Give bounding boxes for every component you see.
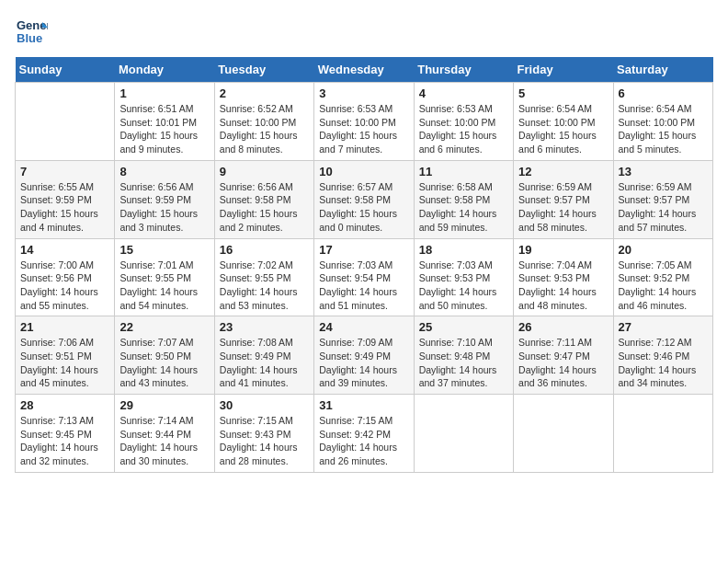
day-info: Sunrise: 7:01 AMSunset: 9:55 PMDaylight:…: [119, 259, 209, 313]
calendar-week-row: 21Sunrise: 7:06 AMSunset: 9:51 PMDayligh…: [16, 316, 713, 395]
day-info: Sunrise: 6:59 AMSunset: 9:57 PMDaylight:…: [619, 180, 708, 235]
calendar-cell: [414, 395, 513, 473]
day-info: Sunrise: 7:02 AMSunset: 9:55 PMDaylight:…: [220, 259, 309, 313]
day-number: 29: [119, 398, 209, 412]
day-number: 3: [319, 86, 408, 100]
day-number: 21: [20, 320, 109, 334]
weekday-header-row: SundayMondayTuesdayWednesdayThursdayFrid…: [16, 57, 713, 83]
day-info: Sunrise: 6:56 AMSunset: 9:59 PMDaylight:…: [119, 180, 209, 235]
calendar-cell: 10Sunrise: 6:57 AMSunset: 9:58 PMDayligh…: [314, 160, 414, 238]
day-info: Sunrise: 7:15 AMSunset: 9:43 PMDaylight:…: [220, 414, 309, 468]
calendar-cell: 18Sunrise: 7:03 AMSunset: 9:53 PMDayligh…: [414, 238, 513, 316]
day-number: 18: [419, 243, 508, 257]
calendar-cell: 8Sunrise: 6:56 AMSunset: 9:59 PMDaylight…: [115, 160, 214, 238]
day-info: Sunrise: 7:14 AMSunset: 9:44 PMDaylight:…: [119, 414, 209, 468]
day-number: 31: [319, 398, 408, 412]
calendar-cell: 17Sunrise: 7:03 AMSunset: 9:54 PMDayligh…: [314, 238, 414, 316]
day-info: Sunrise: 6:54 AMSunset: 10:00 PMDaylight…: [619, 102, 708, 156]
calendar-cell: 20Sunrise: 7:05 AMSunset: 9:52 PMDayligh…: [613, 238, 712, 316]
calendar-cell: 28Sunrise: 7:13 AMSunset: 9:45 PMDayligh…: [16, 395, 115, 473]
weekday-header: Monday: [115, 57, 214, 83]
day-info: Sunrise: 6:55 AMSunset: 9:59 PMDaylight:…: [20, 180, 109, 235]
calendar-week-row: 1Sunrise: 6:51 AMSunset: 10:01 PMDayligh…: [16, 83, 713, 161]
day-info: Sunrise: 6:57 AMSunset: 9:58 PMDaylight:…: [319, 180, 408, 235]
day-number: 24: [319, 320, 408, 334]
calendar-week-row: 28Sunrise: 7:13 AMSunset: 9:45 PMDayligh…: [16, 395, 713, 473]
calendar-cell: 11Sunrise: 6:58 AMSunset: 9:58 PMDayligh…: [414, 160, 513, 238]
calendar-cell: 22Sunrise: 7:07 AMSunset: 9:50 PMDayligh…: [115, 316, 214, 395]
day-number: 27: [619, 320, 708, 334]
weekday-header: Friday: [514, 57, 613, 83]
calendar-cell: 6Sunrise: 6:54 AMSunset: 10:00 PMDayligh…: [613, 83, 712, 161]
logo-icon: General Blue: [15, 15, 48, 48]
day-number: 2: [220, 86, 309, 100]
logo: General Blue: [15, 15, 51, 48]
day-number: 6: [619, 86, 708, 100]
calendar-cell: [16, 83, 115, 161]
day-info: Sunrise: 6:52 AMSunset: 10:00 PMDaylight…: [220, 102, 309, 156]
day-number: 5: [518, 86, 608, 100]
day-info: Sunrise: 7:07 AMSunset: 9:50 PMDaylight:…: [119, 336, 209, 390]
calendar-cell: [514, 395, 613, 473]
day-number: 20: [619, 243, 708, 257]
weekday-header: Sunday: [16, 57, 115, 83]
svg-text:Blue: Blue: [17, 31, 42, 45]
day-info: Sunrise: 7:03 AMSunset: 9:54 PMDaylight:…: [319, 259, 408, 313]
day-info: Sunrise: 7:15 AMSunset: 9:42 PMDaylight:…: [319, 414, 408, 468]
day-number: 22: [119, 320, 209, 334]
day-number: 23: [220, 320, 309, 334]
day-info: Sunrise: 6:56 AMSunset: 9:58 PMDaylight:…: [220, 180, 309, 235]
day-number: 12: [518, 165, 608, 178]
calendar-cell: 13Sunrise: 6:59 AMSunset: 9:57 PMDayligh…: [613, 160, 712, 238]
calendar-cell: 24Sunrise: 7:09 AMSunset: 9:49 PMDayligh…: [314, 316, 414, 395]
day-number: 9: [220, 165, 309, 178]
day-info: Sunrise: 7:05 AMSunset: 9:52 PMDaylight:…: [619, 259, 708, 313]
day-info: Sunrise: 7:13 AMSunset: 9:45 PMDaylight:…: [20, 414, 109, 468]
calendar-week-row: 14Sunrise: 7:00 AMSunset: 9:56 PMDayligh…: [16, 238, 713, 316]
day-info: Sunrise: 7:08 AMSunset: 9:49 PMDaylight:…: [220, 336, 309, 390]
calendar-cell: [613, 395, 712, 473]
day-number: 16: [220, 243, 309, 257]
day-number: 10: [319, 165, 408, 178]
day-number: 28: [20, 398, 109, 412]
day-info: Sunrise: 7:04 AMSunset: 9:53 PMDaylight:…: [518, 259, 608, 313]
day-info: Sunrise: 7:06 AMSunset: 9:51 PMDaylight:…: [20, 336, 109, 390]
day-info: Sunrise: 6:53 AMSunset: 10:00 PMDaylight…: [319, 102, 408, 156]
day-number: 30: [220, 398, 309, 412]
weekday-header: Tuesday: [214, 57, 313, 83]
day-info: Sunrise: 6:54 AMSunset: 10:00 PMDaylight…: [518, 102, 608, 156]
day-info: Sunrise: 7:00 AMSunset: 9:56 PMDaylight:…: [20, 259, 109, 313]
day-info: Sunrise: 6:58 AMSunset: 9:58 PMDaylight:…: [419, 180, 508, 235]
day-number: 19: [518, 243, 608, 257]
page-header: General Blue: [15, 15, 713, 48]
calendar-week-row: 7Sunrise: 6:55 AMSunset: 9:59 PMDaylight…: [16, 160, 713, 238]
calendar-cell: 26Sunrise: 7:11 AMSunset: 9:47 PMDayligh…: [514, 316, 613, 395]
calendar-cell: 15Sunrise: 7:01 AMSunset: 9:55 PMDayligh…: [115, 238, 214, 316]
calendar-cell: 29Sunrise: 7:14 AMSunset: 9:44 PMDayligh…: [115, 395, 214, 473]
calendar-cell: 25Sunrise: 7:10 AMSunset: 9:48 PMDayligh…: [414, 316, 513, 395]
day-number: 8: [119, 165, 209, 178]
day-number: 4: [419, 86, 508, 100]
day-number: 11: [419, 165, 508, 178]
day-number: 25: [419, 320, 508, 334]
calendar-cell: 2Sunrise: 6:52 AMSunset: 10:00 PMDayligh…: [214, 83, 313, 161]
calendar-cell: 7Sunrise: 6:55 AMSunset: 9:59 PMDaylight…: [16, 160, 115, 238]
calendar-cell: 9Sunrise: 6:56 AMSunset: 9:58 PMDaylight…: [214, 160, 313, 238]
day-info: Sunrise: 7:03 AMSunset: 9:53 PMDaylight:…: [419, 259, 508, 313]
calendar-cell: 12Sunrise: 6:59 AMSunset: 9:57 PMDayligh…: [514, 160, 613, 238]
weekday-header: Wednesday: [314, 57, 414, 83]
day-info: Sunrise: 6:59 AMSunset: 9:57 PMDaylight:…: [518, 180, 608, 235]
calendar-cell: 21Sunrise: 7:06 AMSunset: 9:51 PMDayligh…: [16, 316, 115, 395]
calendar-cell: 5Sunrise: 6:54 AMSunset: 10:00 PMDayligh…: [514, 83, 613, 161]
day-number: 17: [319, 243, 408, 257]
day-info: Sunrise: 7:10 AMSunset: 9:48 PMDaylight:…: [419, 336, 508, 390]
calendar-cell: 19Sunrise: 7:04 AMSunset: 9:53 PMDayligh…: [514, 238, 613, 316]
calendar-cell: 1Sunrise: 6:51 AMSunset: 10:01 PMDayligh…: [115, 83, 214, 161]
weekday-header: Thursday: [414, 57, 513, 83]
day-number: 15: [119, 243, 209, 257]
calendar-cell: 30Sunrise: 7:15 AMSunset: 9:43 PMDayligh…: [214, 395, 313, 473]
calendar-cell: 14Sunrise: 7:00 AMSunset: 9:56 PMDayligh…: [16, 238, 115, 316]
day-number: 1: [119, 86, 209, 100]
day-number: 7: [20, 165, 109, 178]
day-info: Sunrise: 6:51 AMSunset: 10:01 PMDaylight…: [119, 102, 209, 156]
